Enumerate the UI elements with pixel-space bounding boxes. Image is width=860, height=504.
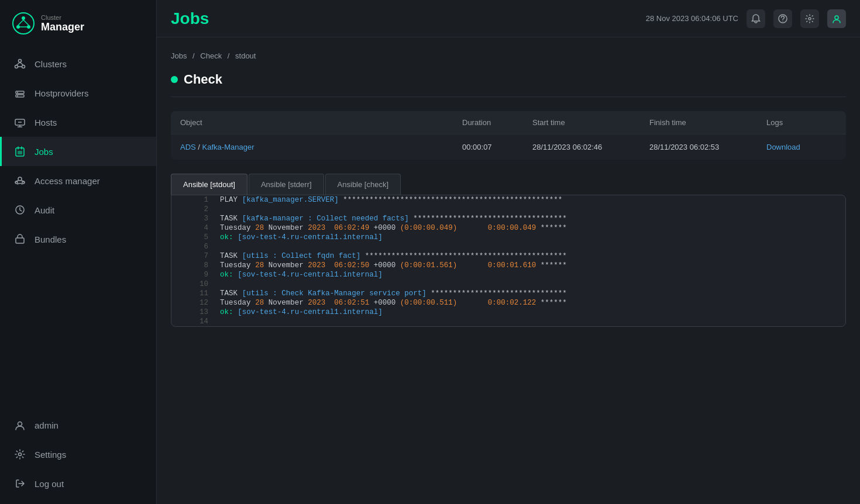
content-area: Jobs / Check / stdout Check Object Durat… <box>157 37 860 504</box>
admin-icon <box>13 419 26 431</box>
svg-line-4 <box>18 20 23 25</box>
log-line-content: Tuesday 28 November 2023 06:02:51 +0000 … <box>215 298 845 308</box>
svg-point-23 <box>18 177 22 181</box>
log-output[interactable]: 1PLAY [kafka_manager.SERVER] ***********… <box>171 195 846 327</box>
log-line: 5ok: [sov-test-4.ru-central1.internal] <box>171 233 845 242</box>
user-avatar[interactable] <box>827 9 846 28</box>
log-line-content: Tuesday 28 November 2023 06:02:49 +0000 … <box>215 223 845 233</box>
svg-line-5 <box>23 20 29 25</box>
notifications-icon[interactable] <box>747 9 765 28</box>
log-line-content: ok: [sov-test-4.ru-central1.internal] <box>215 308 845 317</box>
table-header: Object Duration Start time Finish time L… <box>171 111 846 134</box>
tab-stdout[interactable]: Ansible [stdout] <box>171 174 247 195</box>
log-line-content: TASK [utils : Collect fqdn fact] *******… <box>215 251 845 261</box>
topbar: Jobs 28 Nov 2023 06:04:06 UTC <box>157 0 860 37</box>
log-line-number: 7 <box>171 251 215 261</box>
sidebar-nav: Clusters Hostproviders <box>0 49 156 405</box>
svg-point-9 <box>22 65 25 68</box>
sidebar-item-settings[interactable]: Settings <box>0 440 156 469</box>
svg-point-32 <box>809 18 811 20</box>
row-finish-time: 28/11/2023 06:02:53 <box>649 143 766 151</box>
log-line-number: 10 <box>171 279 215 289</box>
log-line-number: 14 <box>171 317 215 326</box>
breadcrumb: Jobs / Check / stdout <box>171 51 846 60</box>
svg-point-28 <box>18 422 22 426</box>
bundles-icon <box>13 233 26 246</box>
sidebar-item-label: Audit <box>35 205 54 215</box>
sidebar-item-label: Clusters <box>35 59 67 69</box>
breadcrumb-sep1: / <box>192 51 197 60</box>
row-object: ADS / Kafka-Manager <box>180 143 462 151</box>
sidebar-item-label: Access manager <box>35 176 100 186</box>
log-line-content <box>215 205 845 214</box>
log-line: 6 <box>171 242 845 251</box>
sidebar-item-clusters[interactable]: Clusters <box>0 49 156 78</box>
kafka-manager-link[interactable]: Kafka-Manager <box>202 143 254 151</box>
svg-point-8 <box>15 65 18 68</box>
topbar-left: Jobs <box>171 9 209 28</box>
logo-text: Cluster Manager <box>41 14 84 33</box>
log-line: 8Tuesday 28 November 2023 06:02:50 +0000… <box>171 261 845 270</box>
sidebar-item-admin[interactable]: admin <box>0 410 156 440</box>
audit-icon <box>13 203 26 216</box>
log-line-content: TASK [utils : Check Kafka-Manager servic… <box>215 289 845 298</box>
logo-title: Manager <box>41 21 84 33</box>
log-tabs: Ansible [stdout] Ansible [stderr] Ansibl… <box>171 174 846 195</box>
jobs-icon <box>13 145 26 158</box>
tab-stderr[interactable]: Ansible [stderr] <box>249 174 324 195</box>
main-content: Jobs 28 Nov 2023 06:04:06 UTC <box>157 0 860 504</box>
topbar-right: 28 Nov 2023 06:04:06 UTC <box>646 9 846 28</box>
sidebar-bottom: admin Settings Log out <box>0 405 156 504</box>
jobs-table: Object Duration Start time Finish time L… <box>171 111 846 160</box>
ads-link[interactable]: ADS <box>180 143 196 151</box>
svg-point-1 <box>22 16 25 20</box>
sidebar-item-access-manager[interactable]: Access manager <box>0 166 156 195</box>
svg-line-10 <box>16 63 20 65</box>
sidebar-item-jobs[interactable]: Jobs <box>0 137 156 166</box>
log-line-content: Tuesday 28 November 2023 06:02:50 +0000 … <box>215 261 845 270</box>
breadcrumb-jobs[interactable]: Jobs <box>171 51 187 60</box>
breadcrumb-check[interactable]: Check <box>200 51 222 60</box>
help-icon[interactable] <box>773 9 792 28</box>
sidebar-item-label: admin <box>35 420 59 430</box>
sidebar-item-label: Settings <box>35 450 66 460</box>
sidebar-item-label: Log out <box>35 479 64 489</box>
log-line: 3TASK [kafka-manager : Collect needed fa… <box>171 214 845 223</box>
log-table: 1PLAY [kafka_manager.SERVER] ***********… <box>171 195 845 326</box>
log-line-number: 12 <box>171 298 215 308</box>
row-start-time: 28/11/2023 06:02:46 <box>532 143 649 151</box>
sidebar-item-audit[interactable]: Audit <box>0 195 156 225</box>
svg-point-0 <box>13 13 34 34</box>
sidebar-item-bundles[interactable]: Bundles <box>0 225 156 254</box>
breadcrumb-sep2: / <box>228 51 232 60</box>
log-line: 10 <box>171 279 845 289</box>
log-line-content: PLAY [kafka_manager.SERVER] ************… <box>215 195 845 205</box>
log-line-number: 9 <box>171 270 215 279</box>
col-finish-time: Finish time <box>649 118 766 127</box>
logo-icon <box>12 12 35 35</box>
tab-check[interactable]: Ansible [check] <box>325 174 401 195</box>
svg-point-15 <box>17 92 18 93</box>
svg-point-7 <box>19 60 22 63</box>
sidebar-item-label: Hostproviders <box>35 88 89 98</box>
logout-icon <box>13 477 26 490</box>
settings-icon[interactable] <box>800 9 819 28</box>
download-link[interactable]: Download <box>766 143 837 151</box>
log-line-content <box>215 279 845 289</box>
svg-rect-27 <box>16 238 24 243</box>
sidebar-item-hosts[interactable]: Hosts <box>0 108 156 137</box>
col-start-time: Start time <box>532 118 649 127</box>
table-row: ADS / Kafka-Manager 00:00:07 28/11/2023 … <box>171 134 846 160</box>
log-line-number: 2 <box>171 205 215 214</box>
log-line: 4Tuesday 28 November 2023 06:02:49 +0000… <box>171 223 845 233</box>
log-line-number: 13 <box>171 308 215 317</box>
clusters-icon <box>13 57 26 70</box>
sidebar-item-label: Bundles <box>35 234 66 244</box>
log-line-number: 1 <box>171 195 215 205</box>
breadcrumb-stdout: stdout <box>235 51 256 60</box>
sidebar-item-hostproviders[interactable]: Hostproviders <box>0 78 156 108</box>
svg-point-31 <box>782 20 783 22</box>
page-title: Jobs <box>171 9 209 28</box>
log-line: 9ok: [sov-test-4.ru-central1.internal] <box>171 270 845 279</box>
sidebar-item-logout[interactable]: Log out <box>0 469 156 498</box>
